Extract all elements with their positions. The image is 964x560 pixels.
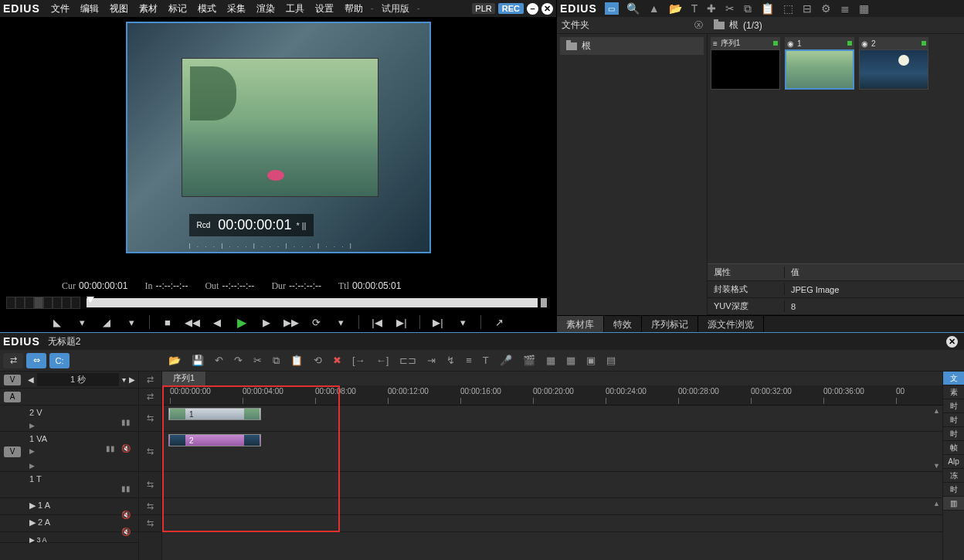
insert-dropdown-icon[interactable]: ▾ xyxy=(454,315,471,329)
open-folder-icon[interactable]: 📂 xyxy=(669,2,682,15)
up-icon[interactable]: ▲ xyxy=(649,2,660,15)
stop-icon[interactable]: ■ xyxy=(159,315,176,329)
sync-2v[interactable]: ⇆ xyxy=(139,406,161,432)
menu-settings[interactable]: 设置 xyxy=(311,1,338,17)
trim-out-icon[interactable]: ←] xyxy=(376,355,389,367)
time-ruler[interactable]: 00:00:00:00 00:00:04:00 00:00:08:00 00:0… xyxy=(162,385,942,406)
expand-icon[interactable]: ▶ xyxy=(29,422,35,429)
loop-dropdown-icon[interactable]: ▾ xyxy=(332,315,349,329)
scroll-up-icon[interactable]: ▲ xyxy=(933,407,941,415)
timeline-clip-2[interactable]: 2 xyxy=(168,434,261,446)
cut-icon[interactable]: ✂ xyxy=(253,355,262,367)
rewind-icon[interactable]: ◀◀ xyxy=(184,315,201,329)
menu-clip[interactable]: 素材 xyxy=(134,1,162,17)
search-icon[interactable]: 🔍 xyxy=(626,2,640,15)
toggle-grid-icon[interactable]: ▦ xyxy=(546,355,555,367)
out-value[interactable]: --:--:--:-- xyxy=(222,280,254,291)
toggle-safe-icon[interactable]: ▣ xyxy=(586,355,596,367)
video-toggle-icon[interactable]: ▮▮ xyxy=(121,418,131,426)
prev-frame-icon[interactable]: ◀ xyxy=(209,315,226,329)
sync-2a[interactable]: ⇆ xyxy=(139,515,161,532)
zoom-out-icon[interactable]: ◀ xyxy=(28,375,34,384)
timeline-close-icon[interactable]: ✕ xyxy=(946,336,958,348)
mode-overwrite-icon[interactable]: C: xyxy=(49,353,70,368)
set-out-icon[interactable]: ◢ xyxy=(98,315,115,329)
plr-badge[interactable]: PLR xyxy=(472,3,494,14)
track-lane-1a[interactable]: ▲ xyxy=(162,498,942,515)
set-out-dropdown-icon[interactable]: ▾ xyxy=(123,315,140,329)
close-icon[interactable]: ✕ xyxy=(541,3,553,15)
next-edit-icon[interactable]: ▶| xyxy=(393,315,410,329)
tab-cliplib[interactable]: 素材库 xyxy=(557,316,604,332)
trim-in-icon[interactable]: [→ xyxy=(352,355,365,367)
bin-clip-sequence1[interactable]: ≡序列1 xyxy=(711,37,780,90)
new-clip-icon[interactable]: ✚ xyxy=(707,2,716,15)
delete-icon[interactable]: ⊟ xyxy=(803,2,812,15)
add-cut-icon[interactable]: ⊏⊐ xyxy=(399,355,416,367)
strip-tab-0[interactable]: 文 xyxy=(943,372,964,385)
transition-icon[interactable]: ↯ xyxy=(446,355,455,367)
a-select-toggle[interactable]: A xyxy=(4,392,21,402)
strip-tab-8[interactable]: 时 xyxy=(943,483,964,497)
menu-file[interactable]: 文件 xyxy=(46,1,74,17)
timeline-track-area[interactable]: 序列1 00:00:00:00 00:00:04:00 00:00:08:00 … xyxy=(162,372,942,560)
scrub-end-handle[interactable] xyxy=(541,298,547,307)
v-select-toggle[interactable]: V xyxy=(4,375,21,385)
set-in-icon[interactable]: ◣ xyxy=(49,315,66,329)
set-in-dropdown-icon[interactable]: ▾ xyxy=(73,315,90,329)
strip-tab-4[interactable]: 时 xyxy=(943,427,964,441)
expand-a-icon[interactable]: ▶ xyxy=(29,462,35,470)
zoom-in-icon[interactable]: ▶ xyxy=(129,375,135,384)
title-icon[interactable]: T xyxy=(483,355,489,367)
playhead-icon[interactable] xyxy=(87,297,94,303)
save-icon[interactable]: 💾 xyxy=(192,355,204,367)
bin-breadcrumb[interactable]: 根 (1/3) xyxy=(708,19,769,32)
zoom-value[interactable]: 1 秒 xyxy=(37,373,119,386)
folder-panel-close-icon[interactable]: ⓧ xyxy=(694,19,703,31)
minimize-icon[interactable]: – xyxy=(527,3,538,15)
prop-row-yuvdepth[interactable]: YUV深度 8 xyxy=(708,298,964,315)
paste-icon[interactable]: 📋 xyxy=(761,2,774,15)
menu-tools[interactable]: 工具 xyxy=(281,1,309,17)
track-3a-label[interactable]: ▶ 3 A xyxy=(29,536,47,544)
strip-tab-5[interactable]: 帧 xyxy=(943,441,964,455)
scrub-bar[interactable] xyxy=(6,297,550,309)
tab-sourcebrowser[interactable]: 源文件浏览 xyxy=(698,316,764,332)
prev-edit-icon[interactable]: |◀ xyxy=(368,315,385,329)
track-lane-2v[interactable]: 1 ▲ xyxy=(162,406,942,432)
replace-icon[interactable]: ⟲ xyxy=(314,355,322,367)
track-1va-patch[interactable]: V xyxy=(4,446,21,457)
mode-insert-icon[interactable]: ⇔ xyxy=(26,353,46,368)
in-out-icon[interactable]: ⇥ xyxy=(427,355,436,367)
sync-1t[interactable]: ⇆ xyxy=(139,472,161,498)
track-1t-label[interactable]: 1 T xyxy=(29,474,42,484)
paste-icon[interactable]: 📋 xyxy=(290,355,303,367)
strip-tab-2[interactable]: 时 xyxy=(943,399,964,413)
menu-help[interactable]: 帮助 xyxy=(340,1,368,17)
copy-icon[interactable]: ⧉ xyxy=(744,2,752,15)
bin-clip-1[interactable]: ◉1 xyxy=(785,37,854,90)
sync-1a[interactable]: ⇆ xyxy=(139,498,161,515)
track-lane-2a[interactable] xyxy=(162,515,942,532)
tab-seqmarkers[interactable]: 序列标记 xyxy=(642,316,698,332)
view-list-icon[interactable]: ≣ xyxy=(840,2,850,15)
tree-item-root[interactable]: 根 xyxy=(560,37,704,55)
recorder-monitor[interactable]: Rcd 00:00:00:01 * || | . . . | . . . | .… xyxy=(126,22,431,253)
track-2v-label[interactable]: 2 V xyxy=(29,408,42,417)
prop-row-format[interactable]: 封装格式 JPEG Image xyxy=(708,281,964,298)
in-value[interactable]: --:--:--:-- xyxy=(155,280,188,291)
fast-forward-icon[interactable]: ▶▶ xyxy=(283,315,300,329)
track-2a-label[interactable]: ▶ 2 A xyxy=(29,518,50,527)
menu-edit[interactable]: 编辑 xyxy=(76,1,104,17)
toggle-grid2-icon[interactable]: ▦ xyxy=(566,355,575,367)
title-toggle-icon[interactable]: ▮▮ xyxy=(121,484,131,493)
properties-icon[interactable]: ⚙ xyxy=(821,2,831,15)
expand-v-icon[interactable]: ▶ xyxy=(29,447,35,455)
timeline-clip-1[interactable]: 1 xyxy=(168,408,261,420)
scroll-up-icon[interactable]: ▲ xyxy=(933,500,941,507)
menu-mode[interactable]: 模式 xyxy=(193,1,221,17)
register-icon[interactable]: ⬚ xyxy=(783,2,793,15)
menu-render[interactable]: 渲染 xyxy=(252,1,280,17)
ripple-delete-icon[interactable]: ✖ xyxy=(333,355,341,367)
strip-toggle-icon[interactable]: ▥ xyxy=(943,497,964,511)
